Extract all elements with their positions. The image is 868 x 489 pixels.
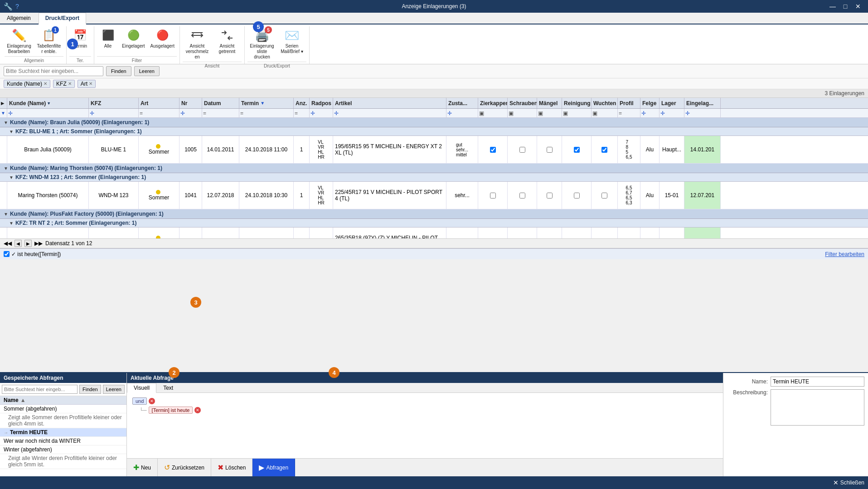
checkbox-wucht-plusfakt[interactable] (601, 238, 607, 239)
checkbox-rein-plusfakt[interactable] (574, 238, 580, 239)
list-item[interactable]: → Termin HEUTE (0, 428, 126, 437)
tab-druck-export[interactable]: Druck/Export (39, 13, 86, 24)
termin-button[interactable]: 📅 Termin (69, 26, 91, 51)
col-header-felge[interactable]: Felge (640, 98, 659, 108)
checkbox-wucht-braun[interactable] (601, 147, 607, 153)
col-header-schr[interactable]: Schrauben (508, 98, 537, 108)
und-remove-button[interactable]: ✕ (149, 398, 155, 404)
col-header-nr[interactable]: Nr (179, 98, 202, 108)
checkbox-rein-braun[interactable] (574, 147, 580, 153)
checkbox-rein-maring[interactable] (574, 193, 580, 199)
filter-bearbeiten-link[interactable]: Filter bearbeiten (825, 251, 864, 257)
tab-allgemein[interactable]: Allgemein (0, 13, 38, 24)
table-row[interactable]: PlusFakt Factory (50000) TR NT 2 Sommer … (0, 228, 868, 238)
abfragen-button[interactable]: ▶ Abfragen (252, 459, 295, 476)
schliessen-button[interactable]: ✕ Schließen (833, 479, 864, 486)
filter-chip-art[interactable]: Art ✕ (78, 80, 96, 88)
checkbox-schr-maring[interactable] (519, 193, 525, 199)
saved-queries-list[interactable]: Name ▲ Sommer (abgefahren) Zeigt alle So… (0, 396, 126, 476)
clear-button[interactable]: Leeren (134, 66, 160, 76)
table-wrapper[interactable]: ▶ Kunde (Name) ▼ KFZ Art Nr Datum Termin… (0, 98, 868, 238)
table-row[interactable]: Maring Thorsten (50074) WND-M 123 Sommer… (0, 182, 868, 209)
col-header-kfz[interactable]: KFZ (89, 98, 139, 108)
col-header-zust[interactable]: Zusta... (446, 98, 478, 108)
filter-active-checkbox[interactable] (4, 251, 10, 257)
table-row[interactable]: Braun Julia (50009) BLU-ME 1 Sommer 1005… (0, 136, 868, 164)
serien-mail-button[interactable]: ✉️ Serien Mail/Brief ▾ (277, 26, 306, 56)
ausgelagert-button[interactable]: 🔴 Ausgelagert (148, 26, 177, 51)
col-header-kunde[interactable]: Kunde (Name) ▼ (7, 98, 89, 108)
maring-sub-expand-icon[interactable]: ▼ (9, 175, 14, 180)
saved-queries-search-input[interactable] (2, 385, 78, 394)
search-input[interactable] (4, 66, 103, 76)
col-header-prof[interactable]: Profil (618, 98, 640, 108)
sq-name-header: Name ▲ (0, 396, 126, 405)
plusfakt-expand-icon[interactable]: ▼ (4, 212, 8, 217)
checkbox-schr-plusfakt[interactable] (519, 238, 525, 239)
checkbox-schr-braun[interactable] (519, 147, 525, 153)
col-header-zierk[interactable]: Zierkappen (478, 98, 508, 108)
minimize-button[interactable]: — (826, 0, 839, 13)
col-header-wucht[interactable]: Wuchten (592, 98, 618, 108)
saved-queries-clear-button[interactable]: Leeren (103, 385, 125, 394)
col-header-lager[interactable]: Lager (659, 98, 684, 108)
list-item[interactable]: Winter (abgefahren) (0, 445, 126, 454)
col-header-mang[interactable]: Mängel (537, 98, 562, 108)
checkbox-zierk-braun[interactable] (490, 147, 496, 153)
filter-chip-art-close-icon[interactable]: ✕ (89, 81, 92, 86)
find-button[interactable]: Finden (106, 66, 131, 76)
filter-chip-kfz[interactable]: KFZ ✕ (53, 80, 75, 88)
zuruecksetzen-button[interactable]: ↺ Zurücksetzen (158, 459, 211, 476)
eingelagert-button[interactable]: 🟢 Eingelagert (120, 26, 147, 51)
col-header-termin[interactable]: Termin ▼ (239, 98, 294, 108)
checkbox-mang-maring[interactable] (547, 193, 553, 199)
filter-tag-kunde[interactable]: Kunde (Name) ✕ (4, 80, 50, 88)
tab-visual[interactable]: Visuell (127, 383, 156, 393)
tabellenfilter-button[interactable]: 📋 1 Tabellenfilter enble. (34, 26, 63, 56)
group-header-braun[interactable]: ▼ Kunde (Name): Braun Julia (50009) (Ein… (0, 118, 868, 127)
filter-tag-close-icon[interactable]: ✕ (44, 81, 47, 86)
braun-expand-icon[interactable]: ▼ (4, 120, 8, 125)
col-header-datum[interactable]: Datum (202, 98, 239, 108)
neu-button[interactable]: ✚ Neu (127, 459, 158, 476)
name-input[interactable] (771, 377, 864, 387)
saved-queries-find-button[interactable]: Finden (79, 385, 101, 394)
subgroup-header-plusfakt[interactable]: ▼ KFZ: TR NT 2 ; Art: Sommer (Einlagerun… (0, 219, 868, 228)
loeschen-button[interactable]: ✖ Löschen (211, 459, 252, 476)
beschreibung-textarea[interactable] (771, 389, 864, 426)
col-header-radpos[interactable]: Radpos (310, 98, 333, 108)
einlagerungsliste-drucken-button[interactable]: 🖨️ 5 Einlagerungsliste drucken (247, 26, 276, 62)
cell-kunde-braun: Braun Julia (50009) (7, 136, 89, 163)
ansicht-getrennt-button[interactable]: Ansicht getrennt (213, 26, 242, 56)
ansicht-verschmelzen-button[interactable]: Ansicht verschmelzen (183, 26, 212, 62)
subgroup-header-maring[interactable]: ▼ KFZ: WND-M 123 ; Art: Sommer (Einlager… (0, 173, 868, 182)
checkbox-mang-plusfakt[interactable] (547, 238, 553, 239)
col-header-eingelag[interactable]: Eingelag... (684, 98, 721, 108)
filter-chip-kfz-close-icon[interactable]: ✕ (68, 81, 72, 86)
maximize-button[interactable]: □ (839, 0, 852, 13)
alle-button[interactable]: ⬛ Alle (97, 26, 119, 51)
checkbox-zierk-plusfakt[interactable] (490, 238, 496, 239)
braun-sub-expand-icon[interactable]: ▼ (9, 129, 14, 134)
checkbox-zierk-maring[interactable] (490, 193, 496, 199)
list-item[interactable]: Sommer (abgefahren) (0, 405, 126, 413)
cell-termin-braun: 24.10.2018 11:00 (239, 136, 294, 163)
col-header-rein[interactable]: Reinigung (562, 98, 592, 108)
termin-remove-button[interactable]: ✕ (194, 407, 201, 413)
checkbox-mang-braun[interactable] (547, 147, 553, 153)
close-button[interactable]: ✕ (852, 0, 864, 13)
plusfakt-sub-expand-icon[interactable]: ▼ (9, 221, 14, 226)
col-header-artikel[interactable]: Artikel (333, 98, 446, 108)
subgroup-header-braun[interactable]: ▼ KFZ: BLU-ME 1 ; Art: Sommer (Einlageru… (0, 127, 868, 136)
col-header-anz[interactable]: Anz. (294, 98, 310, 108)
col-header-art[interactable]: Art (139, 98, 179, 108)
maring-expand-icon[interactable]: ▼ (4, 166, 8, 171)
list-item[interactable]: Wer war noch nicht da WINTER (0, 437, 126, 445)
group-header-plusfakt[interactable]: ▼ Kunde (Name): PlusFakt Factory (50000)… (0, 209, 868, 219)
next-page-button[interactable]: ▶ (24, 240, 32, 247)
group-header-maring[interactable]: ▼ Kunde (Name): Maring Thorsten (50074) … (0, 164, 868, 173)
checkbox-wucht-maring[interactable] (601, 193, 607, 199)
prev-page-button[interactable]: ◀ (15, 240, 22, 247)
einlagerung-bearbeiten-button[interactable]: ✏️ Einlagerung Bearbeiten (5, 26, 34, 56)
tab-text[interactable]: Text (156, 383, 180, 392)
